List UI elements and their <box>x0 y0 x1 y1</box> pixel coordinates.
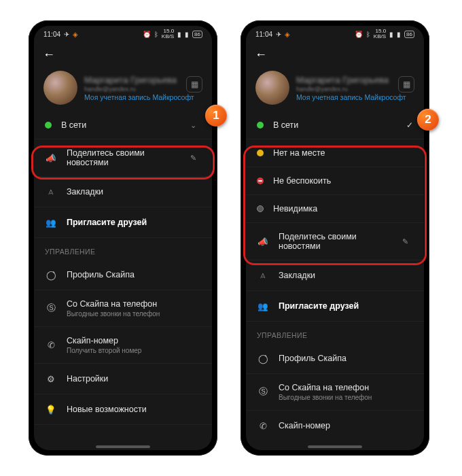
bookmarks-row[interactable]: ⟑ Закладки <box>246 260 424 291</box>
invite-row[interactable]: 👥 Пригласите друзей <box>34 207 212 238</box>
phone-left: 11:04 ✈ ◈ ⏰ ᛒ 15.0KB/S ▮ ▮ 86 ← <box>29 20 217 456</box>
bookmarks-label: Закладки <box>279 271 413 280</box>
home-indicator <box>96 445 150 448</box>
battery: 86 <box>404 31 414 38</box>
top-bar: ← <box>34 42 212 67</box>
skype-icon: Ⓢ <box>45 303 57 315</box>
bt-icon: ᛒ <box>366 31 370 38</box>
screen-left: 11:04 ✈ ◈ ⏰ ᛒ 15.0KB/S ▮ ▮ 86 ← <box>34 26 212 450</box>
bookmark-icon: ⟑ <box>45 186 57 198</box>
share-label: Поделитесь своими новостями <box>67 148 181 167</box>
account-link[interactable]: Моя учетная запись Майкрософт <box>84 93 194 101</box>
signal-icon-2: ▮ <box>185 31 189 38</box>
avatar[interactable] <box>43 71 77 105</box>
alarm-icon: ⏰ <box>143 31 151 38</box>
pencil-icon: ✎ <box>190 154 201 163</box>
profile-email: handle@yandex.ru <box>296 86 406 92</box>
profile-name: Маргарита Григорьева <box>84 75 194 85</box>
bookmark-icon: ⟑ <box>257 269 269 282</box>
skype-to-phone-row[interactable]: Ⓢ Со Скайпа на телефон Выгодные звонки н… <box>34 290 212 327</box>
status-dot-gray <box>257 205 264 212</box>
share-row[interactable]: 📣 Поделитесь своими новостями ✎ <box>34 139 212 177</box>
skype-icon: Ⓢ <box>257 386 269 398</box>
invite-row[interactable]: 👥 Пригласите друзей <box>246 291 424 322</box>
qr-icon[interactable]: ▦ <box>186 76 202 92</box>
bt-icon: ᛒ <box>154 31 158 38</box>
skype-to-phone-row[interactable]: Ⓢ Со Скайпа на телефон Выгодные звонки н… <box>246 374 424 411</box>
account-link[interactable]: Моя учетная запись Майкрософт <box>296 93 406 101</box>
status-icon: ◈ <box>73 31 78 38</box>
status-option-away[interactable]: Нет на месте <box>246 139 424 167</box>
share-label: Поделитесь своими новостями <box>279 232 393 251</box>
gear-icon: ⚙ <box>45 373 57 385</box>
skype-number-row[interactable]: ✆ Скайп-номер <box>246 411 424 441</box>
top-bar: ← <box>246 42 424 67</box>
whatsnew-row[interactable]: 💡 Новые возможности <box>34 394 212 425</box>
profile-name: Маргарита Григорьева <box>296 75 406 85</box>
telegram-icon: ✈ <box>276 31 281 38</box>
bulb-icon: 💡 <box>45 403 57 415</box>
bookmarks-label: Закладки <box>67 187 201 197</box>
profile-email: handle@yandex.ru <box>84 86 194 92</box>
status-option-invisible[interactable]: Невидимка <box>246 195 424 223</box>
avatar[interactable] <box>255 71 289 105</box>
status-dot-green <box>257 122 264 129</box>
status-option-dnd[interactable]: Не беспокоить <box>246 167 424 195</box>
manage-header: УПРАВЛЕНИЕ <box>246 322 424 343</box>
skype-profile-label: Профиль Скайпа <box>67 270 201 279</box>
skype-number-label: Скайп-номер <box>279 421 413 430</box>
screen-right: 11:04 ✈ ◈ ⏰ ᛒ 15.0KB/S ▮ ▮ 86 ← <box>246 26 424 450</box>
status-row[interactable]: В сети ⌄ <box>34 112 212 139</box>
clock: 11:04 <box>255 31 272 38</box>
status-icon: ◈ <box>285 31 290 38</box>
status-option-online[interactable]: В сети ✓ <box>246 112 424 139</box>
net-speed: 15.0KB/S <box>374 29 386 39</box>
back-button[interactable]: ← <box>41 46 57 63</box>
signal-icon: ▮ <box>389 31 393 38</box>
person-icon: ◯̀ <box>257 352 269 364</box>
skype-phone-sub: Выгодные звонки на телефон <box>279 394 413 401</box>
settings-label: Настройки <box>67 374 201 384</box>
megaphone-icon: 📣 <box>257 235 269 248</box>
skype-number-label: Скайп-номер <box>67 336 201 345</box>
people-icon: 👥 <box>45 216 57 228</box>
skype-profile-row[interactable]: ◯̀ Профиль Скайпа <box>34 260 212 290</box>
status-dot-yellow <box>257 150 264 156</box>
person-icon: ◯̀ <box>45 269 57 281</box>
callout-1: 1 <box>205 105 227 126</box>
status-dot-red <box>257 177 264 184</box>
megaphone-icon: 📣 <box>45 152 57 164</box>
chevron-down-icon: ⌄ <box>190 121 201 130</box>
status-bar: 11:04 ✈ ◈ ⏰ ᛒ 15.0KB/S ▮ ▮ 86 <box>34 26 212 42</box>
skype-number-sub: Получить второй номер <box>67 347 201 354</box>
whatsnew-label: Новые возможности <box>67 405 201 414</box>
invite-label: Пригласите друзей <box>67 218 201 227</box>
net-speed: 15.0KB/S <box>162 29 174 39</box>
signal-icon: ▮ <box>177 31 181 38</box>
battery: 86 <box>192 31 202 38</box>
telegram-icon: ✈ <box>64 31 69 38</box>
status-bar: 11:04 ✈ ◈ ⏰ ᛒ 15.0KB/S ▮ ▮ 86 <box>246 26 424 42</box>
alarm-icon: ⏰ <box>355 31 363 38</box>
profile-block: Маргарита Григорьева handle@yandex.ru Мо… <box>34 67 212 112</box>
settings-row[interactable]: ⚙ Настройки <box>34 364 212 394</box>
check-icon: ✓ <box>406 120 413 130</box>
status-label: В сети <box>61 120 181 130</box>
skype-phone-label: Со Скайпа на телефон <box>279 383 413 392</box>
skype-profile-label: Профиль Скайпа <box>279 354 413 363</box>
phone-right: 11:04 ✈ ◈ ⏰ ᛒ 15.0KB/S ▮ ▮ 86 ← <box>241 20 429 456</box>
skype-phone-label: Со Скайпа на телефон <box>67 299 201 309</box>
home-indicator <box>308 445 362 448</box>
manage-header: УПРАВЛЕНИЕ <box>34 238 212 260</box>
bookmarks-row[interactable]: ⟑ Закладки <box>34 177 212 207</box>
share-row[interactable]: 📣 Поделитесь своими новостями ✎ <box>246 223 424 260</box>
profile-block: Маргарита Григорьева handle@yandex.ru Мо… <box>246 67 424 112</box>
skype-profile-row[interactable]: ◯̀ Профиль Скайпа <box>246 343 424 374</box>
qr-icon[interactable]: ▦ <box>398 76 414 92</box>
phone-icon: ✆ <box>45 339 57 352</box>
skype-number-row[interactable]: ✆ Скайп-номер Получить второй номер <box>34 327 212 364</box>
invite-label: Пригласите друзей <box>279 301 413 311</box>
back-button[interactable]: ← <box>253 46 269 63</box>
pencil-icon: ✎ <box>402 237 413 246</box>
status-dot-green <box>45 122 52 129</box>
